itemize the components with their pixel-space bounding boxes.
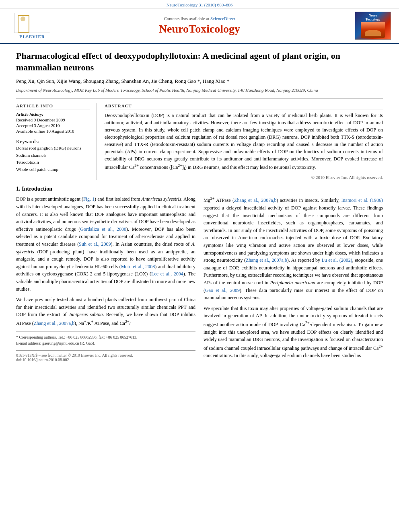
journal-cover: NeuroToxicology (343, 12, 391, 40)
article-title: Pharmacological effect of deoxypodophyll… (16, 50, 383, 73)
history-label: Article history: (16, 112, 90, 117)
article-history: Article history: Received 9 December 200… (16, 112, 90, 134)
journal-title-part2: Toxicology (189, 23, 240, 35)
abstract-text: Deoxypodophyllotoxin (DOP) is a natural … (105, 112, 383, 172)
journal-citation: NeuroToxicology 31 (2010) 680–686 (167, 2, 233, 7)
article-info-label: ARTICLE INFO (16, 103, 90, 109)
intro-heading: 1. Introduction (16, 186, 383, 192)
license-text: 0161-813X/$ – see front matter © 2010 El… (16, 353, 195, 357)
elsevier-text: ELSEVIER (19, 34, 45, 39)
footnote-email: E-mail address: gaorung@njmu.edu.cn (R. … (16, 340, 195, 346)
abstract-label: ABSTRACT (105, 103, 383, 109)
accepted-date: Accepted 3 August 2010 (16, 123, 90, 128)
journal-header-center: Contents lists available at ScienceDirec… (56, 16, 343, 35)
affiliation-line: Department of Neurotoxicology, MOE Key L… (16, 87, 383, 93)
keywords-list: Dorsal root ganglion (DRG) neurons Sodiu… (16, 145, 90, 173)
keywords-label: Keywords: (16, 138, 90, 145)
keyword-1: Dorsal root ganglion (DRG) neurons (16, 145, 90, 152)
keyword-3: Tetrodotoxin (16, 159, 90, 166)
footnotes: * Corresponding authors. Tel.: +86 025 8… (16, 331, 195, 346)
authors-line: Peng Xu, Qin Sun, Xijie Wang, Shougang Z… (16, 77, 383, 85)
sciencedirect-link[interactable]: ScienceDirect (210, 16, 235, 21)
article-info-col: ARTICLE INFO Article history: Received 9… (16, 103, 97, 180)
body-right-col: Mg2+ ATPase (Zhang et al., 2007a,b) acti… (204, 195, 383, 362)
journal-title-part1: Neuro (159, 23, 189, 35)
publisher-logo: ELSEVIER (8, 13, 56, 39)
body-text-left: DOP is a potent antimitotic agent (Fig. … (16, 195, 195, 327)
keyword-2: Sodium channels (16, 152, 90, 159)
journal-title: NeuroToxicology (56, 23, 343, 35)
received-date: Received 9 December 2009 (16, 117, 90, 122)
body-left-col: DOP is a potent antimitotic agent (Fig. … (16, 195, 195, 362)
header-banner: ELSEVIER Contents lists available at Sci… (0, 8, 399, 44)
journal-info-bar: NeuroToxicology 31 (2010) 680–686 (0, 0, 399, 8)
copyright-notice: © 2010 Elsevier Inc. All rights reserved… (105, 175, 383, 180)
sciencedirect-info: Contents lists available at ScienceDirec… (56, 16, 343, 21)
keyword-4: Whole-cell patch clamp (16, 166, 90, 173)
elsevier-logo-box (14, 13, 50, 33)
footnote-corresponding: * Corresponding authors. Tel.: +86 025 8… (16, 334, 195, 340)
abstract-col: ABSTRACT Deoxypodophyllotoxin (DOP) is a… (105, 103, 383, 180)
doi-text: doi:10.1016/j.neuro.2010.08.002 (16, 357, 195, 362)
main-text: 1. Introduction DOP is a potent antimito… (16, 186, 383, 362)
available-date: Available online 10 August 2010 (16, 129, 90, 134)
body-text-right: Mg2+ ATPase (Zhang et al., 2007a,b) acti… (204, 195, 383, 359)
bottom-bar: 0161-813X/$ – see front matter © 2010 El… (16, 350, 195, 362)
keywords-section: Keywords: Dorsal root ganglion (DRG) neu… (16, 138, 90, 173)
